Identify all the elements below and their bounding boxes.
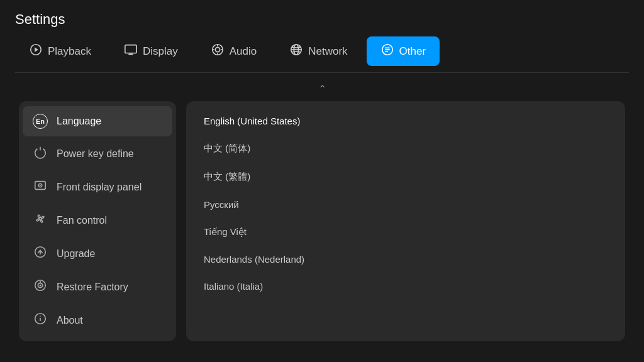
tab-network[interactable]: Network bbox=[275, 36, 361, 66]
sidebar-item-language[interactable]: En Language bbox=[23, 106, 172, 136]
language-icon: En bbox=[33, 114, 48, 129]
sidebar-item-fan-control[interactable]: Fan control bbox=[23, 204, 172, 236]
tab-display-label: Display bbox=[143, 45, 178, 58]
sidebar-item-fan-label: Fan control bbox=[57, 215, 107, 226]
svg-rect-2 bbox=[125, 45, 136, 53]
lang-item-nl[interactable]: Nederlands (Nederland) bbox=[191, 246, 620, 273]
tab-bar: Playback Display bbox=[15, 36, 629, 73]
lang-item-zh-cn[interactable]: 中文 (简体) bbox=[191, 134, 620, 163]
power-icon bbox=[33, 145, 48, 162]
network-icon bbox=[289, 43, 303, 60]
restore-icon bbox=[33, 278, 48, 295]
sidebar-item-power-key[interactable]: Power key define bbox=[23, 138, 172, 170]
tab-playback[interactable]: Playback bbox=[15, 36, 105, 66]
settings-sidebar: En Language Power key define Front displ… bbox=[19, 101, 176, 341]
sidebar-item-power-label: Power key define bbox=[57, 148, 134, 160]
upgrade-icon bbox=[33, 245, 48, 262]
display-icon bbox=[124, 43, 138, 60]
sidebar-item-front-display[interactable]: Front display panel bbox=[23, 171, 172, 203]
sidebar-item-front-display-label: Front display panel bbox=[57, 182, 142, 193]
tab-network-label: Network bbox=[308, 45, 347, 58]
audio-icon bbox=[211, 43, 225, 60]
svg-point-27 bbox=[40, 285, 42, 287]
chevron-row: ⌃ bbox=[0, 79, 644, 96]
page-title: Settings bbox=[15, 11, 629, 28]
lang-item-it[interactable]: Italiano (Italia) bbox=[191, 273, 620, 300]
svg-marker-1 bbox=[35, 47, 38, 52]
fan-icon bbox=[33, 212, 48, 229]
svg-point-30 bbox=[40, 316, 40, 317]
front-display-icon bbox=[33, 178, 48, 195]
sidebar-item-restore-label: Restore Factory bbox=[57, 282, 128, 293]
sidebar-item-language-label: Language bbox=[57, 116, 101, 127]
sidebar-item-upgrade[interactable]: Upgrade bbox=[23, 238, 172, 270]
svg-point-6 bbox=[215, 47, 219, 52]
sidebar-item-about[interactable]: About bbox=[23, 304, 172, 336]
chevron-up-icon: ⌃ bbox=[318, 83, 326, 95]
tab-other-label: Other bbox=[399, 45, 426, 58]
tab-other[interactable]: Other bbox=[367, 36, 440, 66]
other-icon bbox=[380, 43, 394, 60]
tab-audio-label: Audio bbox=[230, 45, 257, 58]
sidebar-item-restore-factory[interactable]: Restore Factory bbox=[23, 271, 172, 303]
tab-audio[interactable]: Audio bbox=[197, 36, 270, 66]
language-panel: English (United States) 中文 (简体) 中文 (繁體) … bbox=[186, 101, 625, 341]
content-area: En Language Power key define Front displ… bbox=[0, 101, 644, 341]
lang-item-ru[interactable]: Русский bbox=[191, 191, 620, 218]
lang-item-zh-tw[interactable]: 中文 (繁體) bbox=[191, 163, 620, 191]
lang-item-vi[interactable]: Tiếng Việt bbox=[191, 218, 620, 246]
lang-item-en-us[interactable]: English (United States) bbox=[191, 107, 620, 134]
svg-point-20 bbox=[40, 185, 41, 186]
about-icon bbox=[33, 312, 48, 329]
playback-icon bbox=[29, 43, 43, 60]
settings-header: Settings Playback Display bbox=[0, 0, 644, 79]
tab-playback-label: Playback bbox=[48, 45, 91, 58]
tab-display[interactable]: Display bbox=[110, 36, 192, 66]
sidebar-item-upgrade-label: Upgrade bbox=[57, 248, 95, 260]
sidebar-item-about-label: About bbox=[57, 315, 83, 326]
